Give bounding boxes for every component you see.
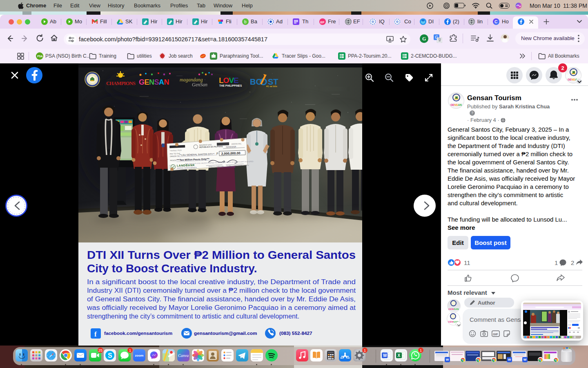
svg-text:Industry XII (DTI) ceremoniall: Industry XII (DTI) ceremonially turned o…: [87, 287, 356, 294]
svg-text:000040-001: 000040-001: [232, 143, 242, 145]
svg-text:EF: EF: [321, 20, 325, 24]
svg-text:G: G: [422, 36, 426, 42]
svg-text:CHAMPIONS: CHAMPIONS: [106, 81, 136, 86]
svg-text:of General Santos City. The fi: of General Santos City. The financial as…: [87, 295, 356, 303]
svg-text:strengthening the city’s commi: strengthening the city’s commitment to a…: [87, 312, 299, 320]
svg-text:In a significant boost to the: In a significant boost to the local crea…: [87, 278, 356, 285]
svg-text:GENSAN: GENSAN: [139, 78, 169, 86]
svg-text:facebook.com/gensantourism: facebook.com/gensantourism: [104, 330, 172, 336]
svg-text:GIF: GIF: [493, 332, 498, 336]
svg-text:gensantourism@gmail.com: gensantourism@gmail.com: [194, 330, 257, 336]
svg-text:PSA: PSA: [37, 55, 43, 58]
svg-text:PAY TO THE: PAY TO THE: [170, 153, 180, 155]
svg-text:X: X: [398, 353, 401, 358]
svg-text:02/03/2025: 02/03/2025: [226, 145, 236, 148]
svg-text:S: S: [108, 352, 112, 359]
svg-text:#1 sa bilis: #1 sa bilis: [266, 85, 277, 88]
svg-text:b: b: [244, 20, 247, 24]
svg-text:ORDER OF: ORDER OF: [170, 155, 180, 157]
svg-text:f: f: [94, 330, 97, 338]
svg-text:2,000,000.00: 2,000,000.00: [221, 151, 241, 156]
svg-text:City to Boost Creative Industr: City to Boost Creative Industry.: [87, 262, 257, 275]
svg-text:DTI XII Turns Over ₱2 Million: DTI XII Turns Over ₱2 Million to General…: [87, 249, 356, 261]
svg-text:PESOS: PESOS: [170, 159, 176, 162]
svg-text:(083) 552-8427: (083) 552-8427: [279, 330, 312, 336]
svg-text:C: C: [494, 20, 497, 24]
svg-text:LOVE: LOVE: [219, 76, 238, 85]
svg-text:THE PHILIPPINES: THE PHILIPPINES: [219, 84, 242, 87]
svg-text:P: P: [216, 152, 218, 155]
svg-text:GenSan: GenSan: [192, 82, 207, 88]
svg-text:W: W: [383, 353, 387, 358]
svg-text:was officially received by May: was officially received by Mayor Lorelie…: [87, 304, 356, 311]
svg-text:*Verified: PGO: *Verified: PGO: [169, 149, 182, 152]
